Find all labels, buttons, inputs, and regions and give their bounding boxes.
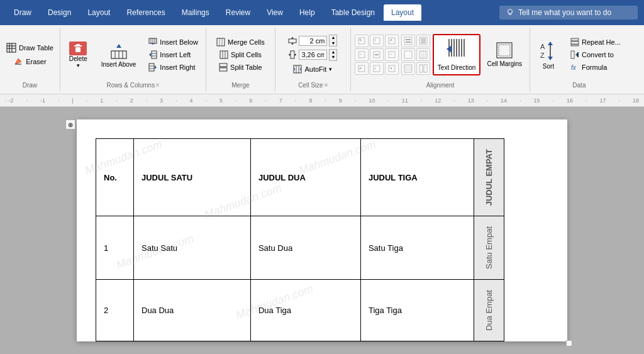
autofit-label: AutoFit <box>304 65 326 73</box>
insert-above-icon <box>110 42 128 60</box>
insert-below-icon <box>148 38 157 47</box>
tab-layout[interactable]: Layout <box>384 4 421 21</box>
insert-above-button[interactable]: Insert Above <box>96 38 142 72</box>
merge-cells-label: Merge Cells <box>228 38 265 46</box>
tell-me-text: Tell me what you want to do <box>518 8 611 17</box>
svg-rect-107 <box>577 52 579 57</box>
align-extra-1[interactable] <box>401 35 415 47</box>
cell-margins-label: Cell Margins <box>487 60 522 68</box>
cell-row2-col4: Dua Empat <box>474 280 504 341</box>
cell-row1-col3: Satu Tiga <box>360 216 474 280</box>
svg-rect-103 <box>571 41 579 44</box>
group-alignment-label: Alignment <box>426 80 454 90</box>
ribbon-tabs: Draw Design Layout References Mailings R… <box>6 4 499 21</box>
align-middle-left[interactable]: ← <box>355 48 369 61</box>
ribbon: Draw Table Eraser Draw Delete ▾ <box>0 25 644 94</box>
tab-layout-main[interactable]: Layout <box>80 4 118 21</box>
group-rows-cols-label: Rows & Columns ⌗ <box>106 80 159 90</box>
tab-view[interactable]: View <box>259 4 291 21</box>
insert-left-icon <box>148 50 157 59</box>
draw-table-button[interactable]: Draw Table <box>4 41 56 54</box>
align-bottom-left[interactable]: ↙ <box>355 62 369 75</box>
eraser-button[interactable]: Eraser <box>11 55 48 68</box>
svg-text:↙: ↙ <box>359 66 362 70</box>
align-bottom-center[interactable]: ↓ <box>370 62 384 75</box>
convert-button[interactable]: Convert to <box>567 49 625 60</box>
document-table[interactable]: No. JUDUL SATU JUDUL DUA JUDUL TIGA JUDU… <box>96 138 504 341</box>
row-height-icon <box>288 36 297 45</box>
delete-button[interactable]: Delete ▾ <box>64 38 92 72</box>
split-table-button[interactable]: Split Table <box>215 62 266 73</box>
insert-right-button[interactable]: Insert Right <box>145 62 202 73</box>
align-extra-6[interactable] <box>416 62 430 75</box>
cell-height-input[interactable] <box>299 36 327 46</box>
cell-row1-no: 1 <box>96 216 134 280</box>
insert-below-button[interactable]: Insert Below <box>145 36 202 48</box>
group-draw: Draw Table Eraser Draw <box>0 28 60 91</box>
tab-help[interactable]: Help <box>292 4 323 21</box>
header-col1: JUDUL SATU <box>134 139 251 216</box>
align-middle-center[interactable] <box>370 48 384 61</box>
cell-row1-col2: Satu Dua <box>250 216 360 280</box>
cell-height-down[interactable]: ▼ <box>330 41 336 46</box>
page: ⊕ Mahmudan.com Mahmudan.com Mahmudan.com… <box>77 119 567 341</box>
svg-rect-95 <box>497 43 512 58</box>
svg-rect-96 <box>499 45 510 56</box>
align-extra-4[interactable] <box>416 48 430 61</box>
sort-button[interactable]: A Z Sort <box>534 38 563 72</box>
cell-margins-icon <box>496 41 513 59</box>
cell-margins-button[interactable]: Cell Margins <box>483 39 526 70</box>
cell-height-up[interactable]: ▲ <box>330 35 336 40</box>
svg-rect-23 <box>149 64 154 71</box>
tab-review[interactable]: Review <box>218 4 258 21</box>
tab-table-design[interactable]: Table Design <box>324 4 382 21</box>
tab-mailings[interactable]: Mailings <box>174 4 217 21</box>
svg-marker-18 <box>151 43 155 45</box>
tab-design[interactable]: Design <box>40 4 79 21</box>
align-top-center[interactable]: ↑ <box>370 35 384 47</box>
table-move-handle[interactable]: ⊕ <box>65 119 75 130</box>
autofit-button[interactable]: AutoFit ▾ <box>291 64 335 75</box>
formula-button[interactable]: fx Formula <box>567 62 625 73</box>
insert-right-icon <box>148 63 157 72</box>
align-middle-right[interactable]: → <box>385 48 399 61</box>
header-no: No. <box>96 139 134 216</box>
text-direction-button[interactable]: Text Direction <box>433 34 481 75</box>
align-top-right[interactable]: ↗ <box>385 35 399 47</box>
repeat-header-icon <box>570 38 579 47</box>
table-header-row: No. JUDUL SATU JUDUL DUA JUDUL TIGA JUDU… <box>96 139 504 216</box>
insert-left-button[interactable]: Insert Left <box>145 49 202 60</box>
tab-references[interactable]: References <box>119 4 172 21</box>
group-rows-cols: Delete ▾ Insert Above <box>60 28 206 91</box>
align-extra-2[interactable] <box>416 35 430 47</box>
svg-marker-39 <box>291 37 294 38</box>
cell-width-input[interactable] <box>299 50 327 60</box>
table-resize-handle[interactable] <box>566 340 572 346</box>
eraser-label: Eraser <box>26 58 46 65</box>
align-bottom-right[interactable]: ↘ <box>385 62 399 75</box>
repeat-header-button[interactable]: Repeat He... <box>567 36 625 48</box>
split-cells-button[interactable]: Split Cells <box>216 49 265 60</box>
svg-text:fx: fx <box>571 64 577 71</box>
header-col3: JUDUL TIGA <box>360 139 474 216</box>
align-extra-3[interactable] <box>401 48 415 61</box>
cell-row2-col2: Dua Tiga <box>250 280 360 341</box>
svg-rect-104 <box>571 45 579 46</box>
cell-width-row: ▲ ▼ <box>288 49 337 61</box>
tab-draw[interactable]: Draw <box>6 4 39 21</box>
align-extra-5[interactable] <box>401 62 415 75</box>
split-cells-label: Split Cells <box>231 51 262 58</box>
eraser-icon <box>13 57 23 67</box>
sort-label: Sort <box>543 63 554 70</box>
align-top-left[interactable]: ↖ <box>355 35 369 47</box>
header-col4: JUDUL EMPAT <box>474 139 504 216</box>
insert-left-label: Insert Left <box>160 51 191 58</box>
tell-me-box[interactable]: Tell me what you want to do <box>499 6 638 19</box>
svg-text:↑: ↑ <box>374 38 376 42</box>
merge-cells-button[interactable]: Merge Cells <box>213 36 269 48</box>
insert-above-label: Insert Above <box>101 61 136 68</box>
cell-width-down[interactable]: ▼ <box>330 55 336 60</box>
text-direction-label: Text Direction <box>438 64 476 72</box>
cell-width-up[interactable]: ▲ <box>330 50 336 55</box>
svg-rect-36 <box>289 39 296 43</box>
